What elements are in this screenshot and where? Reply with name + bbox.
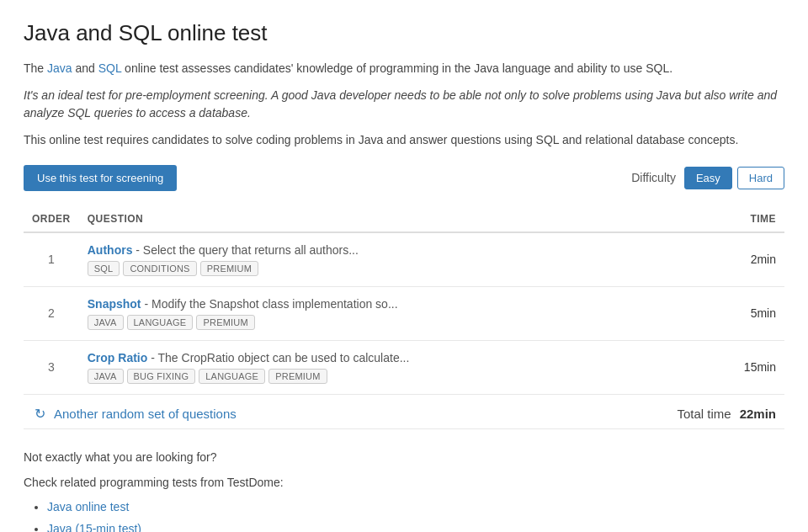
footer-section: Not exactly what you are looking for? Ch… [24,448,784,532]
related-link[interactable]: Java online test [47,500,129,513]
sql-link[interactable]: SQL [98,61,122,75]
random-link-text: Another random set of questions [54,407,237,421]
total-time-area: Total time 22min [677,407,776,421]
table-row: 2Snapshot - Modify the Snapshot class im… [24,286,784,340]
desc-line2: It's an ideal test for pre-employment sc… [24,87,784,123]
row-order: 1 [24,232,79,287]
list-item: Java online test [47,497,784,518]
tag: PREMIUM [200,261,258,276]
list-item: Java (15-min test) [47,519,784,532]
questions-table: ORDER QUESTION TIME 1Authors - Select th… [24,206,784,395]
row-time: 15min [717,340,784,394]
not-exactly-text: Not exactly what you are looking for? [24,448,784,468]
desc-line1-after: online test assesses candidates' knowled… [121,61,672,75]
row-time: 2min [717,232,784,287]
toolbar: Use this test for screening Difficulty E… [24,165,784,191]
total-value: 22min [740,407,776,421]
question-desc: - The CropRatio object can be used to ca… [147,351,409,364]
question-title: Crop Ratio - The CropRatio object can be… [88,351,709,364]
question-tags: SQLCONDITIONSPREMIUM [88,261,709,276]
table-row: 3Crop Ratio - The CropRatio object can b… [24,340,784,394]
question-desc: - Modify the Snapshot class implementati… [141,297,398,311]
page-description: The Java and SQL online test assesses ca… [24,60,784,150]
difficulty-hard-button[interactable]: Hard [737,167,784,189]
desc-line1-before: The [24,61,47,75]
question-tags: JAVALANGUAGEPREMIUM [88,315,709,330]
related-link[interactable]: Java (15-min test) [47,522,141,532]
java-link[interactable]: Java [47,61,72,75]
tag: LANGUAGE [199,369,265,384]
tag: BUG FIXING [127,369,196,384]
desc-line3: This online test requires candidates to … [24,131,784,150]
col-header-time: TIME [717,206,784,232]
tag: PREMIUM [268,369,327,384]
tag: PREMIUM [196,315,254,330]
total-label: Total time [677,407,731,421]
random-questions-link[interactable]: ↻ Another random set of questions [32,407,237,422]
question-title-link[interactable]: Crop Ratio [88,351,148,364]
question-tags: JAVABUG FIXINGLANGUAGEPREMIUM [88,369,709,384]
question-title: Snapshot - Modify the Snapshot class imp… [88,297,709,311]
tag: SQL [88,261,120,276]
difficulty-group: Difficulty Easy Hard [631,167,784,189]
desc-line1-mid: and [72,61,98,75]
row-time: 5min [717,286,784,340]
tag: JAVA [88,369,124,384]
row-question: Authors - Select the query that returns … [79,232,717,287]
check-related-text: Check related programming tests from Tes… [24,473,784,493]
row-question: Snapshot - Modify the Snapshot class imp… [79,286,717,340]
tag: CONDITIONS [123,261,196,276]
question-desc: - Select the query that returns all auth… [132,243,358,257]
table-row: 1Authors - Select the query that returns… [24,232,784,287]
question-title: Authors - Select the query that returns … [88,243,709,257]
tag: LANGUAGE [127,315,194,330]
col-header-question: QUESTION [79,206,717,232]
row-order: 2 [24,286,79,340]
related-links-list: Java online testJava (15-min test)Java A… [24,497,784,532]
page-title: Java and SQL online test [24,20,784,46]
question-title-link[interactable]: Authors [88,243,133,257]
difficulty-easy-button[interactable]: Easy [684,167,732,189]
refresh-icon: ↻ [32,407,47,422]
difficulty-label: Difficulty [631,171,676,184]
row-order: 3 [24,340,79,394]
question-title-link[interactable]: Snapshot [88,297,141,311]
row-question: Crop Ratio - The CropRatio object can be… [79,340,717,394]
random-row: ↻ Another random set of questions Total … [24,395,784,429]
tag: JAVA [88,315,124,330]
screening-button[interactable]: Use this test for screening [24,165,177,191]
col-header-order: ORDER [24,206,79,232]
